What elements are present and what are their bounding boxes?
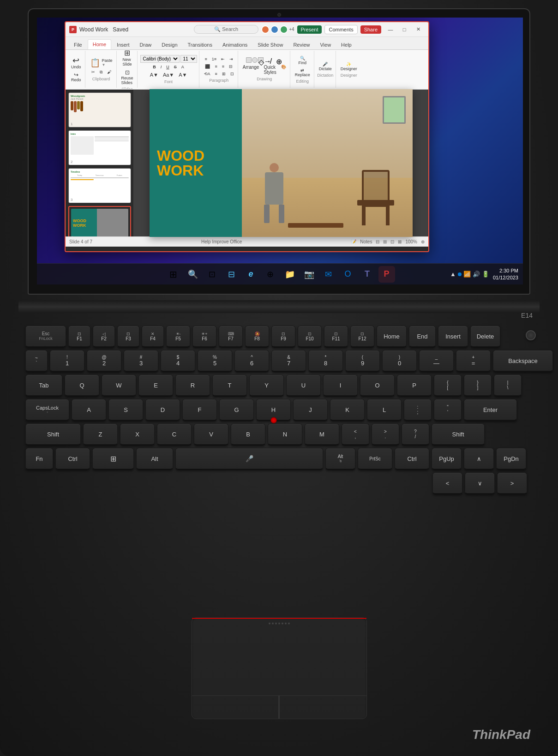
key-f11[interactable]: ⊡ F11 (324, 326, 348, 348)
shape-arrow[interactable]: → (264, 57, 270, 63)
key-enter[interactable]: Enter (464, 399, 517, 421)
font-size-select[interactable]: 11 (180, 55, 197, 63)
key-rctrl[interactable]: Ctrl (395, 448, 429, 470)
tab-design[interactable]: Design (157, 40, 182, 49)
align-center-button[interactable]: ≡ (213, 63, 219, 70)
key-5[interactable]: % 5 (198, 350, 232, 372)
font-highlight-button[interactable]: Aa▼ (161, 71, 176, 79)
key-f6[interactable]: ☀+ F6 (192, 326, 216, 348)
slide-thumb-3[interactable]: Timeline TodayTomorrowFuture 3 (68, 168, 131, 203)
quick-styles-button[interactable]: QuickStyles (262, 64, 278, 76)
key-lctrl[interactable]: Ctrl (55, 448, 90, 470)
bullet-list-button[interactable]: ≡ (203, 56, 209, 62)
key-down[interactable]: ∨ (465, 472, 495, 495)
key-f10[interactable]: ⊡ F10 (298, 326, 322, 348)
italic-button[interactable]: I (159, 64, 164, 70)
tab-transitions[interactable]: Transitions (183, 40, 217, 49)
strikethrough-button[interactable]: S (172, 64, 179, 70)
taskbar-zoom[interactable]: 📷 (301, 266, 318, 283)
volume-icon[interactable]: 🔊 (473, 271, 480, 278)
paste-button[interactable]: 📋 Paste ▼ (88, 57, 114, 68)
underline-button[interactable]: U (164, 64, 171, 70)
key-lalt[interactable]: Alt (136, 448, 173, 470)
key-f7[interactable]: ⌨ F7 (219, 326, 243, 348)
cut-button[interactable]: ✂ (90, 69, 97, 76)
tab-view[interactable]: View (315, 40, 336, 49)
key-tab[interactable]: Tab (25, 375, 62, 397)
key-f5[interactable]: ☀- F5 (166, 326, 190, 348)
shape-rect[interactable] (246, 57, 252, 63)
new-slide-button[interactable]: ⊞ NewSlide (121, 50, 134, 67)
key-left[interactable]: < (432, 472, 462, 495)
key-semicolon[interactable]: : ; (404, 399, 432, 421)
key-6[interactable]: ^ 6 (234, 350, 269, 372)
key-p[interactable]: P (397, 375, 432, 397)
slide-thumb-2[interactable]: Intro 2 (68, 130, 131, 165)
key-tilde[interactable]: ~ ` (25, 350, 48, 372)
key-d[interactable]: D (145, 399, 180, 421)
present-button[interactable]: Present (297, 25, 322, 34)
key-win[interactable]: ⊞ (92, 448, 134, 470)
key-j[interactable]: J (293, 399, 328, 421)
taskbar-windows-button[interactable]: ⊞ (165, 266, 182, 283)
slide-view-normal-icon[interactable]: ⊟ (376, 239, 379, 244)
key-h[interactable]: H (256, 399, 291, 421)
taskbar-powerpoint[interactable]: P (378, 266, 395, 283)
notes-icon[interactable]: 📝 (351, 239, 356, 244)
key-f[interactable]: F (182, 399, 217, 421)
key-pgup[interactable]: PgUp (432, 448, 462, 470)
tab-file[interactable]: File (69, 40, 87, 49)
dictate-button[interactable]: 🎤Dictate (317, 61, 334, 72)
ppt-search-box[interactable]: 🔍 Search (194, 25, 258, 34)
slide-thumb-4[interactable]: WOODWORK 4 (68, 206, 131, 236)
comments-button[interactable]: Comments (324, 25, 357, 34)
tab-home[interactable]: Home (88, 39, 111, 49)
touchpad-right-button[interactable] (279, 696, 366, 719)
shape-line[interactable]: / (270, 57, 276, 63)
tab-animations[interactable]: Animations (218, 40, 252, 49)
key-q[interactable]: Q (65, 375, 99, 397)
key-w[interactable]: W (102, 375, 136, 397)
key-f4[interactable]: ✕ F4 (142, 326, 164, 348)
format-painter-button[interactable]: 🖌 (105, 69, 113, 76)
taskbar-teams[interactable]: T (359, 266, 376, 283)
taskbar-mail[interactable]: ✉ (320, 266, 337, 283)
find-button[interactable]: 🔍Find (296, 55, 308, 66)
key-l[interactable]: L (367, 399, 402, 421)
key-k[interactable]: K (330, 399, 365, 421)
key-i[interactable]: I (323, 375, 358, 397)
close-button[interactable]: ✕ (412, 25, 425, 34)
taskbar-task-view[interactable]: ⊡ (204, 266, 221, 283)
key-rshift[interactable]: Shift (432, 423, 485, 446)
key-home[interactable]: Home (377, 326, 407, 348)
key-delete[interactable]: Delete (470, 326, 500, 348)
tab-draw[interactable]: Draw (135, 40, 156, 49)
slide-view-fit-icon[interactable]: ⊞ (383, 239, 387, 244)
touchpad[interactable] (192, 617, 367, 719)
key-0[interactable]: ) 0 (382, 350, 417, 372)
key-fn[interactable]: Fn (25, 448, 53, 470)
indent-decrease-button[interactable]: ⇤ (219, 56, 227, 62)
taskbar-search-button[interactable]: 🔍 (185, 266, 201, 283)
key-u[interactable]: U (286, 375, 321, 397)
battery-icon[interactable]: 🔋 (482, 271, 489, 278)
shape-fill-button[interactable]: 🎨 (279, 64, 288, 76)
key-e[interactable]: E (138, 375, 173, 397)
tab-slideshow[interactable]: Slide Show (253, 40, 288, 49)
copy-button[interactable]: ⧉ (98, 69, 104, 76)
align-right-button[interactable]: ≡ (220, 63, 226, 70)
wifi-icon[interactable]: 📶 (463, 271, 471, 278)
taskbar-widgets[interactable]: ⊟ (223, 266, 240, 283)
key-n[interactable]: N (268, 423, 302, 446)
tab-insert[interactable]: Insert (112, 40, 134, 49)
key-1[interactable]: ! 1 (50, 350, 84, 372)
notification-badge[interactable] (458, 272, 462, 276)
key-up[interactable]: ∧ (464, 448, 494, 470)
tab-help[interactable]: Help (336, 40, 356, 49)
taskbar-outlook[interactable]: O (340, 266, 356, 283)
key-end[interactable]: End (409, 326, 436, 348)
slide-view-present-icon[interactable]: ⊠ (398, 239, 402, 244)
columns-button[interactable]: ⊟ (227, 63, 234, 70)
taskbar-chrome[interactable]: ⊕ (262, 266, 279, 283)
touchpad-left-button[interactable] (192, 696, 280, 719)
